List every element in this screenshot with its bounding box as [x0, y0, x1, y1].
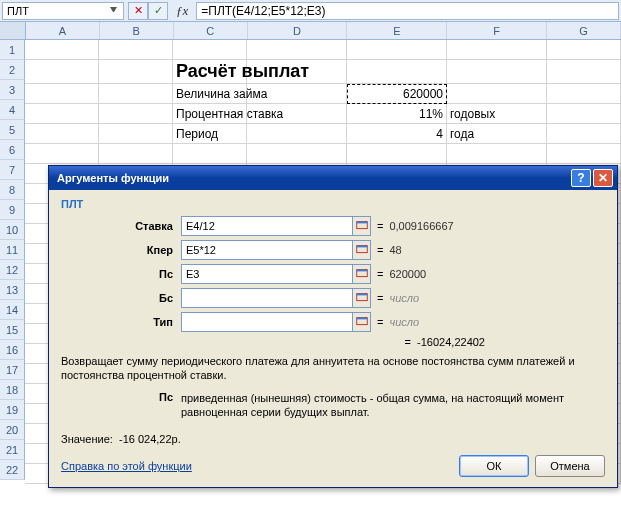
cell[interactable] [99, 104, 173, 123]
cell[interactable]: Процентная ставка [173, 104, 247, 123]
arg-row: Бс = число [61, 288, 605, 308]
cell[interactable] [25, 40, 99, 59]
row-header[interactable]: 17 [0, 360, 25, 380]
cell[interactable] [547, 104, 621, 123]
row-header[interactable]: 1 [0, 40, 25, 60]
cell[interactable]: года [447, 124, 547, 143]
col-header[interactable]: F [447, 22, 547, 39]
cell[interactable] [247, 40, 347, 59]
cell[interactable] [447, 144, 547, 163]
arg-input-pv[interactable] [182, 265, 352, 283]
cell[interactable] [25, 60, 99, 83]
name-box[interactable]: ПЛТ [2, 2, 124, 20]
row-header[interactable]: 10 [0, 220, 25, 240]
enter-formula-button[interactable]: ✓ [148, 2, 168, 20]
cell[interactable]: Период [173, 124, 247, 143]
cell[interactable] [99, 60, 173, 83]
cell[interactable] [447, 40, 547, 59]
param-label: Пс [61, 391, 181, 420]
cell[interactable] [99, 144, 173, 163]
cell[interactable] [173, 144, 247, 163]
cell[interactable] [25, 104, 99, 123]
cell[interactable] [347, 144, 447, 163]
select-all-corner[interactable] [0, 22, 26, 39]
cell-title[interactable]: Расчёт выплат [173, 60, 247, 83]
cell[interactable] [247, 104, 347, 123]
help-link[interactable]: Справка по этой функции [61, 460, 192, 472]
cell[interactable] [173, 40, 247, 59]
cell[interactable]: Величина займа [173, 84, 247, 103]
cancel-button[interactable]: Отмена [535, 455, 605, 477]
cell[interactable] [247, 60, 347, 83]
arg-input-fv[interactable] [182, 289, 352, 307]
cell[interactable] [447, 60, 547, 83]
col-header[interactable]: A [26, 22, 100, 39]
row-header[interactable]: 22 [0, 460, 25, 480]
collapse-dialog-icon[interactable] [352, 289, 370, 307]
cell[interactable] [347, 40, 447, 59]
dialog-titlebar[interactable]: Аргументы функции ? ✕ [49, 166, 617, 190]
cell[interactable] [247, 84, 347, 103]
cell[interactable] [25, 124, 99, 143]
cell[interactable]: годовых [447, 104, 547, 123]
cell[interactable] [547, 40, 621, 59]
row-header[interactable]: 4 [0, 100, 25, 120]
col-header[interactable]: D [248, 22, 348, 39]
cell[interactable] [99, 40, 173, 59]
row-header[interactable]: 19 [0, 400, 25, 420]
ok-button[interactable]: ОК [459, 455, 529, 477]
cell[interactable] [247, 144, 347, 163]
cell[interactable] [347, 60, 447, 83]
arg-input-type[interactable] [182, 313, 352, 331]
cell[interactable]: 4 [347, 124, 447, 143]
arg-input-nper[interactable] [182, 241, 352, 259]
svg-rect-1 [356, 222, 367, 224]
col-header[interactable]: E [347, 22, 447, 39]
collapse-dialog-icon[interactable] [352, 241, 370, 259]
row-header[interactable]: 6 [0, 140, 25, 160]
collapse-dialog-icon[interactable] [352, 313, 370, 331]
col-header[interactable]: C [174, 22, 248, 39]
row-header[interactable]: 5 [0, 120, 25, 140]
row-header[interactable]: 13 [0, 280, 25, 300]
dialog-close-button[interactable]: ✕ [593, 169, 613, 187]
cell[interactable] [247, 124, 347, 143]
row-header[interactable]: 18 [0, 380, 25, 400]
cell[interactable]: 11% [347, 104, 447, 123]
formula-result-line: = -16024,22402 [61, 336, 605, 348]
formula-input[interactable]: =ПЛТ(E4/12;E5*12;E3) [196, 2, 619, 20]
row-header[interactable]: 7 [0, 160, 25, 180]
cell[interactable] [99, 124, 173, 143]
collapse-dialog-icon[interactable] [352, 217, 370, 235]
row-header[interactable]: 3 [0, 80, 25, 100]
row-header[interactable]: 9 [0, 200, 25, 220]
cell[interactable] [25, 84, 99, 103]
cancel-formula-button[interactable]: ✕ [128, 2, 148, 20]
cell[interactable] [25, 144, 99, 163]
cell[interactable] [547, 84, 621, 103]
col-header[interactable]: B [100, 22, 174, 39]
row-header[interactable]: 15 [0, 320, 25, 340]
arg-row: Тип = число [61, 312, 605, 332]
row-header[interactable]: 11 [0, 240, 25, 260]
fx-icon[interactable]: ƒx [172, 3, 192, 19]
cell[interactable] [447, 84, 547, 103]
row-header[interactable]: 2 [0, 60, 25, 80]
row-header[interactable]: 20 [0, 420, 25, 440]
col-header[interactable]: G [547, 22, 621, 39]
arg-input-rate[interactable] [182, 217, 352, 235]
row-header[interactable]: 14 [0, 300, 25, 320]
arg-row: Пс = 620000 [61, 264, 605, 284]
cell[interactable] [547, 124, 621, 143]
row-header[interactable]: 12 [0, 260, 25, 280]
arg-row: Кпер = 48 [61, 240, 605, 260]
dialog-help-button[interactable]: ? [571, 169, 591, 187]
cell[interactable]: 620000 [347, 84, 447, 103]
row-header[interactable]: 21 [0, 440, 25, 460]
cell[interactable] [99, 84, 173, 103]
collapse-dialog-icon[interactable] [352, 265, 370, 283]
cell[interactable] [547, 144, 621, 163]
row-header[interactable]: 16 [0, 340, 25, 360]
cell[interactable] [547, 60, 621, 83]
row-header[interactable]: 8 [0, 180, 25, 200]
